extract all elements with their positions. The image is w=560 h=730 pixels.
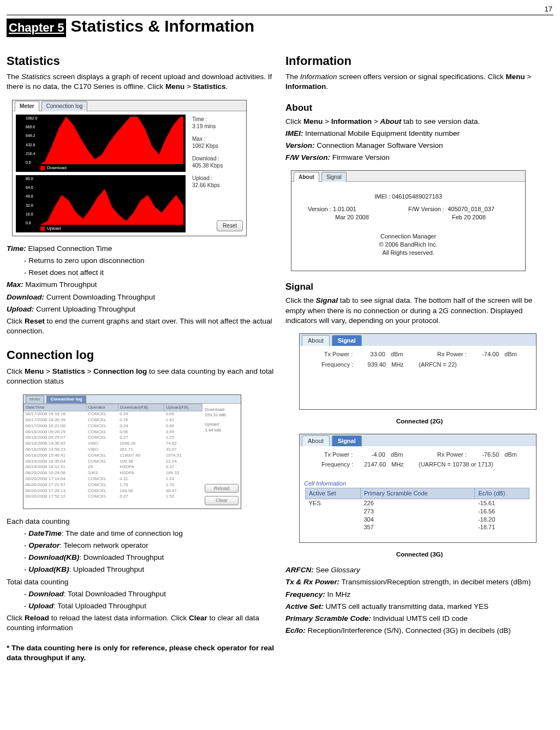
caption-3g: Connected (3G) [285,551,553,559]
signal-3g-screenshot: About Signal Tx Power :-4.00dBm Rx Power… [299,434,537,543]
def-upload: Upload: Current Uploading Throughput [7,304,275,314]
reset-button[interactable]: Reset [217,220,243,231]
statistics-heading: Statistics [7,53,275,69]
header-rule [7,15,553,15]
tab-meter[interactable]: Meter [15,101,39,111]
def-psc: Primary Scramble Code: Individual UMTS c… [285,614,553,624]
def-time-sub2: - Reset does not affect it [24,268,275,278]
def-max: Max: Maximum Throughput [7,280,275,290]
about-version: Version: Connection Manager Software Ver… [285,141,553,151]
chapter-header: Chapter 5 Statistics & Information [7,15,553,38]
def-time-sub1: - Returns to zero upon disconnection [24,256,275,266]
right-column: Information The Information screen offer… [285,53,553,638]
connection-log-intro: Click Menu > Statistics > Connection log… [7,367,275,386]
each-data-heading: Each data counting [7,517,275,526]
about-fw: F/W Version: Firmware Version [285,153,553,163]
tab-signal-3g[interactable]: Signal [332,435,362,446]
cell-information-table: Active Set Primary Scramble Code Ec/Io (… [305,488,529,531]
def-active-set: Active Set: UMTS cell actually transmitt… [285,602,553,612]
information-heading: Information [285,53,553,69]
signal-intro: Click the Signal tab to see signal data.… [285,296,553,326]
connection-log-table: DateTimeOperatorDownload(KB)Upload(KB) 0… [23,404,202,500]
about-imei: IMEI: International Mobile Equipment Ide… [285,129,553,139]
each-operator: - Operator: Telecom network operator [24,541,275,551]
upload-chart: Upload (Kbps) 80.064.048.032.016.00.0 Up… [16,175,186,232]
def-ecio: Ec/Io: Reception/Interference (S/N), Con… [285,626,553,636]
caption-2g: Connected (2G) [285,417,553,426]
page-number: 17 [545,4,552,14]
meter-screenshot: Meter Connection log Download (Kbps) 108… [12,100,247,236]
about-intro: Click Menu > Information > About tab to … [285,117,553,127]
total-data-heading: Total data counting [7,577,275,587]
reset-note: Click Reset to end the current graphs an… [7,316,275,336]
chapter-title: Statistics & Information [70,15,254,38]
tab-signal-2g[interactable]: Signal [332,335,362,346]
tab-about-2g[interactable]: About [302,335,330,346]
tab-meter-2[interactable]: Meter [26,396,44,403]
information-intro: The Information screen offers version or… [285,72,553,92]
reload-clear-note: Click Reload to reload the latest data i… [7,613,275,633]
def-freq: Frequency: In MHz [285,590,553,600]
def-time: Time: Elapsed Connection Time [7,244,275,254]
chapter-label: Chapter 5 [7,19,66,37]
def-download: Download: Current Downloading Throughput [7,292,275,302]
def-arfcn: ARFCN: See Glossary [285,565,553,575]
cell-information-header: Cell Information [304,480,536,488]
signal-2g-screenshot: About Signal Tx Power :33.00dBm Rx Power… [299,333,537,410]
total-upload: - Upload: Total Uploaded Throughput [24,601,275,611]
tab-about-3g[interactable]: About [302,435,330,446]
reload-button[interactable]: Reload [205,484,239,493]
disclaimer: * The data counting here is only for ref… [7,643,275,663]
signal-heading: Signal [285,281,553,294]
connection-log-screenshot: Meter Connection log DateTimeOperatorDow… [23,394,241,509]
each-download: - Download(KB): Downloaded Throughput [24,553,275,563]
tab-connection-log[interactable]: Connection log [41,101,88,111]
download-chart: Download (Kbps) 1082.0865.6649.2432.8216… [16,115,186,172]
each-upload: - Upload(KB): Uploaded Throughput [24,565,275,575]
statistics-intro: The Statistics screen displays a graph o… [7,72,275,92]
each-datetime: - DateTime: The date and time of connect… [24,529,275,538]
about-screenshot: About Signal IMEI : 046105489027183 Vers… [291,170,526,271]
meter-tabs: Meter Connection log [13,100,246,111]
left-column: Statistics The Statistics screen display… [7,53,275,666]
def-txrx: Tx & Rx Power: Transmission/Reception st… [285,577,553,587]
connection-log-heading: Connection log [7,347,275,363]
tab-connection-log-2[interactable]: Connection log [46,396,86,403]
meter-side-panel: Time :3:19 mins Max :1082 Kbps Download … [189,111,246,236]
tab-signal[interactable]: Signal [321,172,347,182]
total-download: - Download: Total Downloaded Throughput [24,589,275,599]
about-heading: About [285,102,553,115]
tab-about[interactable]: About [294,172,319,182]
clear-button[interactable]: Clear [205,496,239,505]
